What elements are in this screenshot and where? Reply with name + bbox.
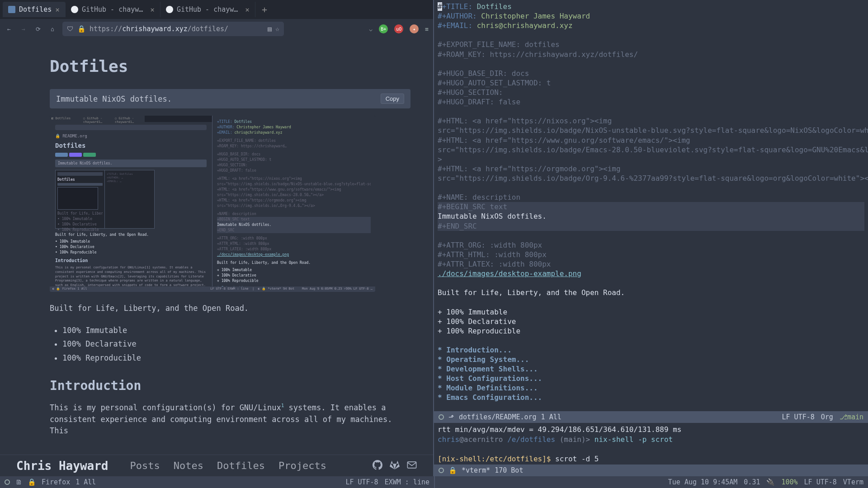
global-status-bar: 🗎 🔒 Firefox 1 All LF UTF-8 EXWM : line T…: [0, 476, 868, 488]
editor-modeline: ⬏ dotfiles/README.org 1 All LF UTF-8 Org…: [434, 411, 868, 423]
buffer-name: *vterm*: [462, 466, 490, 474]
mode-label: Org: [821, 413, 833, 421]
browser-tab[interactable]: GitHub - chayward1/dotf ×: [66, 2, 160, 17]
editor-buffer[interactable]: #+TITLE: Dotfiles #+AUTHOR: Christopher …: [434, 0, 868, 411]
encoding-label: LF UTF-8: [804, 478, 837, 486]
terminal-modeline: 🔒 *vterm* 170 Bot: [434, 465, 868, 476]
copy-button[interactable]: Copy: [381, 94, 404, 104]
extension-badge[interactable]: B+: [379, 24, 388, 33]
list-item: 100% Immutable: [62, 324, 410, 338]
nav-link-dotfiles[interactable]: Dotfiles: [217, 460, 265, 471]
encoding-label: LF UTF-8: [782, 413, 815, 421]
url-bar[interactable]: 🛡 🔒 https://chrishayward.xyz/dotfiles/ ▤…: [62, 22, 284, 36]
ublock-icon[interactable]: uO: [394, 24, 403, 33]
site-brand[interactable]: Chris Hayward: [16, 459, 108, 473]
feature-list: 100% Immutable 100% Declarative 100% Rep…: [50, 324, 410, 365]
bookmark-icon[interactable]: ☆: [275, 25, 279, 33]
pocket-icon[interactable]: ⌵: [369, 26, 373, 33]
url-text: https://chrishayward.xyz/dotfiles/: [90, 25, 264, 33]
tab-label: GitHub - chayward1/dotf: [82, 5, 146, 14]
close-icon[interactable]: ×: [245, 5, 250, 14]
browser-toolbar: ← → ⟳ ⌂ 🛡 🔒 https://chrishayward.xyz/dot…: [0, 19, 433, 39]
battery-icon: 🔌: [766, 478, 775, 486]
section-heading: Introduction: [50, 378, 410, 393]
encoding-label: LF UTF-8: [345, 478, 378, 486]
tab-label: Dotfiles: [19, 5, 52, 14]
app-name: Firefox: [42, 478, 70, 486]
shield-icon: 🛡: [67, 25, 74, 33]
git-branch: ⎇main: [840, 413, 863, 421]
code-block: Immutable NixOS dotfiles. Copy: [50, 89, 410, 108]
email-icon[interactable]: [407, 460, 417, 471]
buffer-position: 1 All: [541, 413, 561, 421]
list-item: 100% Declarative: [62, 337, 410, 351]
nav-link-projects[interactable]: Projects: [278, 460, 326, 471]
lock-icon: 🔒: [28, 478, 36, 486]
svg-rect-0: [407, 462, 416, 468]
page-content: Dotfiles Immutable NixOS dotfiles. Copy …: [0, 39, 433, 455]
reader-icon[interactable]: ▤: [268, 25, 272, 33]
back-button[interactable]: ←: [5, 24, 14, 33]
buffer-path: dotfiles/README.org: [459, 413, 537, 421]
favicon-icon: [71, 6, 78, 13]
site-navbar: Chris Hayward Posts Notes Dotfiles Proje…: [0, 455, 433, 476]
browser-tab[interactable]: GitHub - chayward1/dotf ×: [160, 2, 255, 17]
embedded-screenshot: ◧ Dotfiles○ Github -chayward1…○ Github -…: [50, 116, 375, 292]
github-icon[interactable]: [373, 460, 382, 471]
nav-link-notes[interactable]: Notes: [174, 460, 203, 471]
terminal-buffer[interactable]: rtt min/avg/max/mdev = 49.294/186.651/36…: [434, 423, 868, 465]
status-dot-icon: [5, 479, 10, 485]
forward-button[interactable]: →: [19, 24, 28, 33]
lock-icon: 🔒: [77, 25, 86, 33]
close-icon[interactable]: ×: [150, 5, 155, 14]
modified-indicator-icon: [439, 414, 444, 420]
tab-label: GitHub - chayward1/dotf: [177, 5, 241, 14]
file-icon: 🗎: [15, 478, 22, 486]
gitlab-icon[interactable]: [390, 460, 400, 471]
favicon-icon: [8, 6, 15, 13]
folder-icon: ⬏: [448, 413, 454, 421]
browser-tab-strip: Dotfiles × GitHub - chayward1/dotf × Git…: [0, 0, 433, 19]
load-label: 0.31: [744, 478, 760, 486]
tagline: Built for Life, Liberty, and the Open Ro…: [50, 303, 410, 314]
mode-label: EXWM : line: [385, 478, 429, 486]
page-title: Dotfiles: [50, 57, 410, 75]
modified-indicator-icon: [439, 468, 444, 473]
extension-icon[interactable]: ✦: [410, 24, 419, 33]
buffer-position: 170 Bot: [495, 466, 523, 474]
datetime-label: Tue Aug 10 9:45AM: [668, 478, 738, 486]
intro-paragraph: This is my personal configuration(s) for…: [50, 402, 410, 437]
browser-tab-active[interactable]: Dotfiles ×: [3, 2, 66, 17]
favicon-icon: [166, 6, 173, 13]
code-text: Immutable NixOS dotfiles.: [56, 94, 381, 103]
new-tab-button[interactable]: +: [255, 4, 274, 15]
reload-button[interactable]: ⟳: [33, 24, 42, 33]
list-item: 100% Reproducible: [62, 351, 410, 365]
nav-link-posts[interactable]: Posts: [130, 460, 160, 471]
home-button[interactable]: ⌂: [48, 24, 57, 33]
battery-label: 100%: [781, 478, 797, 486]
close-icon[interactable]: ×: [55, 5, 60, 14]
lock-icon: 🔒: [448, 466, 457, 474]
mode-label: VTerm: [843, 478, 863, 486]
menu-icon[interactable]: ≡: [425, 26, 429, 33]
position-label: 1 All: [75, 478, 96, 486]
